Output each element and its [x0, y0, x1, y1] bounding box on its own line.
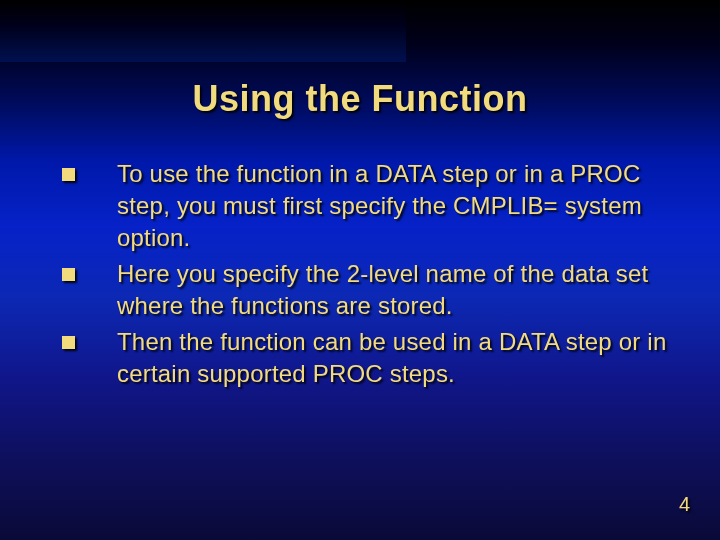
- bullet-text: Here you specify the 2-level name of the…: [117, 258, 670, 322]
- list-item: Here you specify the 2-level name of the…: [62, 258, 670, 322]
- square-bullet-icon: [62, 168, 75, 181]
- page-number: 4: [679, 493, 690, 516]
- slide-body: To use the function in a DATA step or in…: [62, 158, 670, 394]
- slide-title: Using the Function: [0, 78, 720, 120]
- slide: Using the Function To use the function i…: [0, 0, 720, 540]
- bullet-text: Then the function can be used in a DATA …: [117, 326, 670, 390]
- bullet-text: To use the function in a DATA step or in…: [117, 158, 670, 254]
- square-bullet-icon: [62, 336, 75, 349]
- list-item: To use the function in a DATA step or in…: [62, 158, 670, 254]
- list-item: Then the function can be used in a DATA …: [62, 326, 670, 390]
- square-bullet-icon: [62, 268, 75, 281]
- title-bar: [0, 0, 406, 62]
